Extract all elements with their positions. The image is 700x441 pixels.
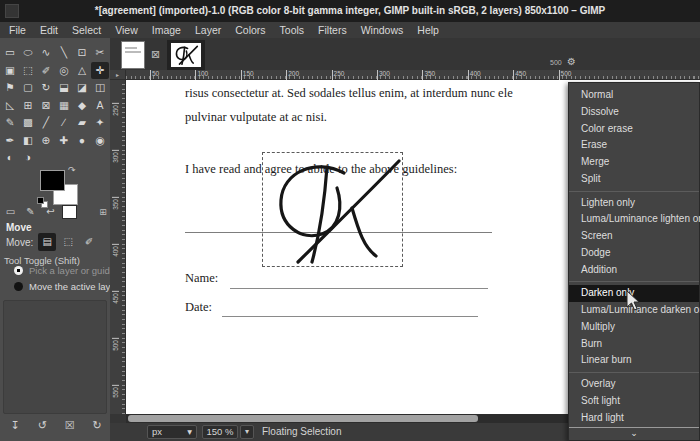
zoom-chevron-down-icon[interactable]: ▾ [240,425,254,439]
menu-item-soft-light[interactable]: Soft light [569,393,699,410]
bucket-fill-tool[interactable]: ◆ [73,97,91,114]
move-layer-mode-button[interactable]: ▤ [38,233,56,251]
blur-sharpen-tool[interactable]: ◉ [91,132,109,149]
paintbrush-tool[interactable]: ∕ [55,114,73,131]
menu-item-split[interactable]: Split [569,171,699,188]
radio-move-active-layer[interactable]: Move the active layer [14,281,119,292]
unit-dropdown[interactable]: px ▾ [147,425,197,439]
image-tab-untitled-icon[interactable]: ⊠ [148,47,163,62]
menubar-item-tools[interactable]: Tools [273,22,312,38]
brush-tool[interactable]: ✎ [1,114,19,131]
eraser-tool[interactable]: ▰ [73,114,91,131]
default-colors-icon[interactable] [37,197,44,204]
smudge-tool[interactable]: ● [73,132,91,149]
align-tool[interactable]: ⚑ [1,79,19,96]
menu-item-luma-luminance-lighten-only[interactable]: Luma/Luminance lighten only [569,211,699,228]
tool-options-tab[interactable]: ▭ [2,204,19,219]
radio-unselected-icon[interactable] [14,282,23,291]
menubar-item-select[interactable]: Select [65,22,108,38]
reset-tool-options-button[interactable]: ↻ [90,419,104,432]
swap-colors-icon[interactable]: ↷ [68,165,76,175]
menu-item-burn[interactable]: Burn [569,336,699,353]
signature-drawing[interactable] [250,145,420,275]
foreground-select-tool[interactable]: ▣ [1,62,19,79]
horizontal-scrollbar-thumb[interactable] [128,415,478,422]
clone-tool[interactable]: ⊕ [37,132,55,149]
paths-tool[interactable]: ✐ [37,62,55,79]
ruler-corner-button[interactable]: ▸ [110,70,126,80]
gradient-tool[interactable]: ◧ [19,132,37,149]
gear-icon[interactable]: ⚙ [567,56,576,67]
menu-item-dissolve[interactable]: Dissolve [569,104,699,121]
foreground-color-swatch[interactable] [40,170,65,191]
shear-tool[interactable]: ◪ [73,79,91,96]
measure-tool[interactable]: △ [73,62,91,79]
radio-selected-icon[interactable] [14,266,23,275]
delete-tool-preset-button[interactable]: ☒ [63,419,77,432]
dock-tab-menu-icon[interactable]: ⊞ [97,206,109,218]
free-select-tool[interactable]: ∿ [37,44,55,61]
zoom-tool[interactable]: ◎ [55,62,73,79]
scale-tool[interactable]: ⬓ [55,79,73,96]
menubar-item-help[interactable]: Help [410,22,446,38]
perspective-tool[interactable]: ◺ [1,97,19,114]
rectangle-select-tool[interactable]: ▭ [1,44,19,61]
menu-item-erase[interactable]: Erase [569,137,699,154]
menubar-item-image[interactable]: Image [145,22,188,38]
menu-item-lighten-only[interactable]: Lighten only [569,195,699,212]
menu-item-addition[interactable]: Addition [569,262,699,279]
undo-history-tab[interactable]: ↩ [42,204,59,219]
radio-pick-layer-or-guide[interactable]: Pick a layer or guide [14,265,115,276]
move-selection-mode-button[interactable]: ⬚ [59,233,77,251]
menubar-item-file[interactable]: File [2,22,33,38]
menubar-item-colors[interactable]: Colors [228,22,272,38]
menu-item-screen[interactable]: Screen [569,228,699,245]
pencil-tool[interactable]: ╱ [37,114,55,131]
text-tool[interactable]: A [91,97,109,114]
radio-pick-layer-label: Pick a layer or guide [29,265,115,276]
ellipse-select-tool[interactable]: ⬭ [19,44,37,61]
ink-tool[interactable]: ✒ [1,132,19,149]
menubar-item-windows[interactable]: Windows [354,22,411,38]
image-tab-signature-selected[interactable] [167,40,205,70]
dodge-burn-tool[interactable]: ◐ [1,149,19,166]
tool-options-action-row: ↧↺☒↻ [8,419,104,432]
zoom-level-field[interactable]: 150 % [202,425,238,439]
save-tool-preset-button[interactable]: ↧ [8,419,22,432]
transform-tool[interactable]: ⬚ [19,62,37,79]
menu-scroll-down-icon[interactable]: ⌄ [569,427,699,440]
heal-tool[interactable]: ✚ [55,132,73,149]
menu-item-merge[interactable]: Merge [569,154,699,171]
menubar-item-layer[interactable]: Layer [188,22,228,38]
device-status-tab[interactable]: ✎ [22,204,39,219]
restore-tool-preset-button[interactable]: ↺ [35,419,49,432]
handle-transform-tool[interactable]: ⊠ [37,97,55,114]
menu-item-linear-burn[interactable]: Linear burn [569,352,699,369]
menu-item-dodge[interactable]: Dodge [569,245,699,262]
image-tab-document[interactable] [121,41,145,69]
menubar-item-edit[interactable]: Edit [33,22,65,38]
airbrush-tool[interactable]: ✦ [91,114,109,131]
pattern-stamp-tool[interactable]: ▩ [19,114,37,131]
move-path-mode-button[interactable]: ✐ [80,233,98,251]
menu-item-overlay[interactable]: Overlay [569,376,699,393]
move-tool[interactable]: ✛ [91,62,109,79]
warp-transform-tool[interactable]: ▦ [55,97,73,114]
horizontal-ruler[interactable]: 50100150200250300350400450500 [126,70,700,80]
select-by-color-tool[interactable]: ⊡ [73,44,91,61]
menu-item-color-erase[interactable]: Color erase [569,121,699,138]
vertical-ruler[interactable]: 250300350400450500550 [110,80,126,414]
menubar-item-filters[interactable]: Filters [311,22,354,38]
menu-item-normal[interactable]: Normal [569,87,699,104]
menu-item-hard-light[interactable]: Hard light [569,410,699,427]
unified-transform-tool[interactable]: ⊞ [19,97,37,114]
menubar-item-view[interactable]: View [108,22,145,38]
crop-tool[interactable]: ▢ [19,79,37,96]
images-tab[interactable] [62,205,77,219]
rotate-tool[interactable]: ↻ [37,79,55,96]
menu-item-multiply[interactable]: Multiply [569,319,699,336]
fuzzy-select-tool[interactable]: ╲ [55,44,73,61]
scissors-select-tool[interactable]: ✂ [91,44,109,61]
flip-tool[interactable]: ◫ [91,79,109,96]
color-picker-tool[interactable]: ◑ [19,149,37,166]
